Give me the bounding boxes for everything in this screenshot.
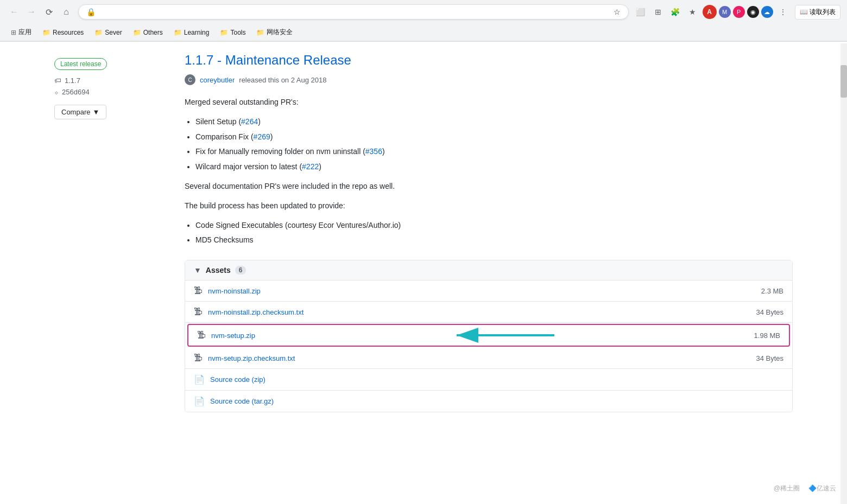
bookmark-others[interactable]: 📁 Others	[129, 27, 167, 38]
author-link[interactable]: coreybutler	[200, 76, 235, 84]
screen-cast-button[interactable]: ⬜	[633, 4, 648, 20]
circle-icon-4: ☁	[761, 6, 773, 18]
assets-section: ▼ Assets 6 🗜 nvm-noinstall.zip 2.3 MB	[185, 260, 793, 412]
page-container: Latest release 🏷 1.1.7 ⬦ 256d694 Compare…	[43, 42, 804, 423]
assets-count: 6	[235, 266, 246, 275]
browser-toolbar: ← → ⟳ ⌂ 🔒 github.com/coreybutler/nvm-win…	[0, 0, 847, 24]
release-body: Merged several outstanding PR's: Silent …	[185, 96, 793, 247]
tab-grid-button[interactable]: ⊞	[650, 4, 666, 20]
release-title: 1.1.7 - Maintenance Release	[185, 53, 793, 68]
folder-network-icon: 📁	[256, 29, 264, 36]
asset-name-cell: 🗜 nvm-noinstall.zip	[194, 286, 261, 296]
asset-size-1: 2.3 MB	[761, 287, 783, 295]
bookmark-network-security[interactable]: 📁 网络安全	[252, 26, 297, 39]
commit-label: 256d694	[62, 88, 90, 96]
pr-item-1: Silent Setup (#264)	[195, 116, 793, 129]
latest-release-badge: Latest release	[54, 58, 107, 70]
bookmark-learning[interactable]: 📁 Learning	[169, 27, 214, 38]
bookmark-tools[interactable]: 📁 Tools	[216, 27, 250, 38]
asset-link-source-tar[interactable]: Source code (tar.gz)	[210, 397, 274, 405]
pr-link-269[interactable]: #269	[254, 132, 270, 141]
bookmark-sever[interactable]: 📁 Sever	[90, 27, 126, 38]
assets-list: 🗜 nvm-noinstall.zip 2.3 MB 🗜 nvm-noinsta…	[185, 280, 792, 412]
build-item-1: Code Signed Executables (courtesy Ecor V…	[195, 219, 793, 232]
asset-row-nvm-setup-checksum: 🗜 nvm-setup.zip.checksum.txt 34 Bytes	[185, 348, 792, 369]
highlighted-row-wrapper: 🗜 nvm-setup.zip 1.98 MB	[185, 323, 792, 348]
build-item-2: MD5 Checksums	[195, 234, 793, 247]
pr-intro: Merged several outstanding PR's:	[185, 96, 793, 109]
pr-list: Silent Setup (#264) Comparison Fix (#269…	[195, 116, 793, 174]
build-list: Code Signed Executables (courtesy Ecor V…	[195, 219, 793, 247]
version-label: 1.1.7	[65, 76, 80, 85]
reload-button[interactable]: ⟳	[41, 4, 56, 20]
bookmark-tools-label: Tools	[230, 29, 245, 36]
menu-button[interactable]: ⋮	[775, 4, 791, 20]
pr-link-264[interactable]: #264	[241, 117, 258, 126]
folder-sever-icon: 📁	[94, 29, 103, 36]
source-tar-icon: 📄	[194, 396, 205, 406]
reader-mode-button[interactable]: 📖 读取列表	[795, 5, 840, 20]
doc-note: Several documentation PR's were included…	[185, 180, 793, 193]
sidebar-meta: 🏷 1.1.7 ⬦ 256d694	[54, 76, 174, 96]
compare-button[interactable]: Compare ▼	[54, 105, 106, 119]
pr-link-356[interactable]: #356	[365, 147, 382, 156]
compare-label: Compare	[61, 108, 90, 116]
nav-buttons: ← → ⟳ ⌂	[7, 4, 74, 20]
asset-size-2: 34 Bytes	[756, 308, 783, 316]
pr-item-2: Comparison Fix (#269)	[195, 131, 793, 144]
asset-link-nvm-setup-zip[interactable]: nvm-setup.zip	[211, 331, 255, 340]
page-scrollbar[interactable]	[840, 43, 847, 423]
forward-button[interactable]: →	[24, 4, 39, 20]
bookmark-button[interactable]: ★	[685, 4, 700, 20]
circle-icon-1: M	[719, 6, 731, 18]
star-icon[interactable]: ☆	[614, 8, 621, 16]
pr-item-3: Fix for Manually removing folder on nvm …	[195, 145, 793, 158]
author-avatar: C	[185, 74, 195, 85]
asset-name-cell-5: 📄 Source code (zip)	[194, 374, 266, 385]
bookmark-resources[interactable]: 📁 Resources	[38, 27, 88, 38]
zip-icon-setup: 🗜	[197, 330, 206, 340]
asset-name-cell-2: 🗜 nvm-noinstall.zip.checksum.txt	[194, 307, 304, 317]
bookmark-resources-label: Resources	[53, 29, 84, 36]
txt-icon: 🗜	[194, 307, 203, 317]
release-date: released this on 2 Aug 2018	[239, 76, 326, 84]
asset-row-source-zip: 📄 Source code (zip)	[185, 369, 792, 391]
bookmark-apps[interactable]: ⊞ 应用	[7, 26, 36, 39]
bookmarks-bar: ⊞ 应用 📁 Resources 📁 Sever 📁 Others 📁 Lear…	[0, 24, 847, 41]
browser-chrome: ← → ⟳ ⌂ 🔒 github.com/coreybutler/nvm-win…	[0, 0, 847, 42]
build-intro: The build process has been updated to pr…	[185, 200, 793, 213]
asset-link-nvm-noinstall-checksum[interactable]: nvm-noinstall.zip.checksum.txt	[208, 308, 304, 316]
scrollbar-thumb[interactable]	[840, 65, 847, 98]
asset-link-nvm-noinstall-zip[interactable]: nvm-noinstall.zip	[208, 287, 261, 295]
pr-link-222[interactable]: #222	[302, 162, 319, 171]
address-bar[interactable]: 🔒 github.com/coreybutler/nvm-windows/rel…	[78, 4, 629, 20]
asset-row-nvm-noinstall-zip: 🗜 nvm-noinstall.zip 2.3 MB	[185, 280, 792, 302]
tag-icon: 🏷	[54, 76, 61, 85]
apps-icon: ⊞	[11, 29, 16, 36]
checksum-icon: 🗜	[194, 353, 203, 363]
folder-resources-icon: 📁	[42, 29, 50, 36]
chevron-down-icon: ▼	[194, 266, 201, 275]
asset-link-source-zip[interactable]: Source code (zip)	[210, 375, 266, 384]
folder-others-icon: 📁	[133, 29, 141, 36]
assets-header[interactable]: ▼ Assets 6	[185, 260, 792, 280]
asset-size-4: 34 Bytes	[756, 354, 783, 362]
back-button[interactable]: ←	[7, 4, 22, 20]
url-input[interactable]: github.com/coreybutler/nvm-windows/relea…	[100, 8, 609, 16]
circle-icon-2: P	[733, 6, 745, 18]
bookmark-sever-label: Sever	[105, 29, 122, 36]
asset-row-nvm-noinstall-checksum: 🗜 nvm-noinstall.zip.checksum.txt 34 Byte…	[185, 302, 792, 323]
profile-avatar[interactable]: A	[703, 5, 717, 19]
asset-name-cell-4: 🗜 nvm-setup.zip.checksum.txt	[194, 353, 295, 363]
asset-name-cell-3: 🗜 nvm-setup.zip	[197, 330, 255, 340]
folder-learning-icon: 📁	[174, 29, 182, 36]
bookmark-others-label: Others	[143, 29, 163, 36]
sidebar-commit: ⬦ 256d694	[54, 88, 174, 96]
circle-icon-3: ◉	[747, 6, 759, 18]
asset-link-nvm-setup-checksum[interactable]: nvm-setup.zip.checksum.txt	[208, 354, 295, 362]
home-button[interactable]: ⌂	[59, 4, 74, 20]
bookmark-learning-label: Learning	[184, 29, 210, 36]
pr-item-4: Wilcard major version to latest (#222)	[195, 161, 793, 174]
extension-button[interactable]: 🧩	[668, 4, 683, 20]
source-zip-icon: 📄	[194, 374, 205, 385]
